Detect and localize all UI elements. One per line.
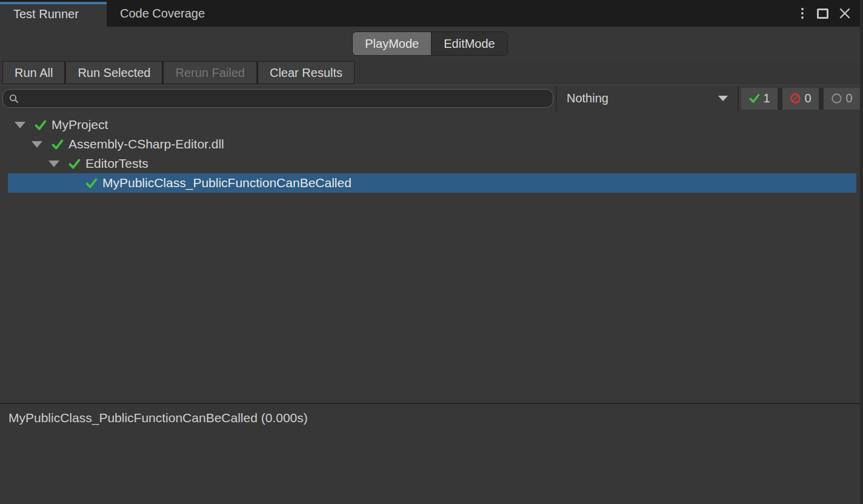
clear-results-label: Clear Results (270, 66, 342, 80)
test-runner-window: Test Runner Code Coverage PlayMode EditM… (0, 0, 863, 504)
not-run-filter-toggle[interactable]: 0 (824, 88, 860, 110)
not-run-count: 0 (845, 91, 852, 105)
tree-row-label: Assembly-CSharp-Editor.dll (68, 137, 224, 151)
tab-bar: Test Runner Code Coverage (0, 0, 860, 27)
filter-category-value: Nothing (567, 91, 608, 105)
failed-filter-toggle[interactable]: 0 (782, 88, 819, 110)
toolbar-row: Run All Run Selected Rerun Failed Clear … (0, 61, 860, 85)
pass-check-icon (748, 93, 760, 104)
test-result-text: MyPublicClass_PublicFunctionCanBeCalled … (8, 411, 308, 425)
pass-check-icon (34, 119, 47, 131)
search-box[interactable] (2, 89, 553, 108)
pass-check-icon (51, 138, 64, 151)
divider (556, 86, 557, 111)
active-tab-indicator (0, 2, 107, 4)
tab-code-coverage[interactable]: Code Coverage (107, 0, 218, 27)
failed-count: 0 (804, 91, 811, 105)
tab-test-runner[interactable]: Test Runner (0, 2, 107, 27)
expander-toggle[interactable] (46, 161, 62, 167)
run-selected-button[interactable]: Run Selected (66, 62, 162, 84)
window-controls (799, 0, 860, 27)
tab-test-runner-label: Test Runner (13, 7, 79, 21)
expander-toggle[interactable] (12, 122, 28, 128)
tree-row-label: MyProject (52, 118, 108, 132)
rerun-failed-label: Rerun Failed (175, 66, 245, 80)
run-selected-label: Run Selected (78, 66, 150, 80)
kebab-menu-icon[interactable] (799, 5, 806, 21)
close-icon[interactable] (839, 8, 850, 19)
tree-row-editortests[interactable]: EditorTests (0, 154, 860, 173)
clear-results-button[interactable]: Clear Results (258, 62, 354, 84)
filter-row: Nothing 1 0 0 (0, 85, 860, 111)
not-run-circle-icon (831, 93, 842, 104)
tab-code-coverage-label: Code Coverage (120, 7, 205, 21)
expander-toggle[interactable] (29, 141, 45, 148)
test-result-detail-panel: MyPublicClass_PublicFunctionCanBeCalled … (0, 403, 860, 504)
playmode-label: PlayMode (365, 37, 419, 51)
search-input[interactable] (24, 92, 547, 105)
result-counters: 1 0 0 (741, 88, 860, 110)
tree-row-label: EditorTests (85, 156, 148, 171)
toolbar-button-strip: Run All Run Selected Rerun Failed Clear … (2, 61, 355, 84)
run-all-label: Run All (15, 66, 53, 80)
tree-row-assembly[interactable]: Assembly-CSharp-Editor.dll (0, 134, 860, 154)
rerun-failed-button[interactable]: Rerun Failed (164, 62, 256, 84)
tree-row-label: MyPublicClass_PublicFunctionCanBeCalled (102, 176, 352, 190)
divider (738, 86, 739, 111)
maximize-icon[interactable] (817, 8, 828, 19)
pass-check-icon (68, 158, 81, 170)
tree-row-test-case[interactable]: MyPublicClass_PublicFunctionCanBeCalled (0, 173, 860, 193)
triangle-down-icon (48, 161, 59, 167)
tree-row-myproject[interactable]: MyProject (0, 115, 860, 134)
search-icon (9, 94, 19, 104)
triangle-down-icon (32, 141, 42, 148)
mode-toggle-group: PlayMode EditMode (352, 31, 507, 56)
passed-count: 1 (763, 91, 770, 105)
fail-icon (790, 93, 801, 104)
editmode-button[interactable]: EditMode (431, 32, 507, 55)
run-all-button[interactable]: Run All (3, 62, 64, 84)
triangle-down-icon (15, 122, 25, 128)
mode-toggle-row: PlayMode EditMode (0, 27, 860, 61)
pass-check-icon (85, 177, 98, 190)
chevron-down-icon (718, 96, 728, 101)
test-tree: MyProject Assembly-CSharp-Editor.dll Edi… (0, 111, 860, 403)
playmode-button[interactable]: PlayMode (353, 32, 431, 55)
editmode-label: EditMode (444, 37, 495, 51)
filter-category-dropdown[interactable]: Nothing (559, 86, 735, 111)
passed-filter-toggle[interactable]: 1 (741, 88, 778, 110)
